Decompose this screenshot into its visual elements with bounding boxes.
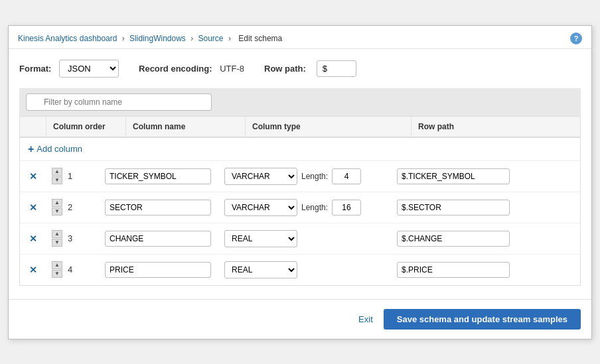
breadcrumb-link-source[interactable]: Source <box>198 34 224 43</box>
length-input[interactable] <box>332 200 361 215</box>
record-encoding-label: Record encoding: <box>139 64 212 74</box>
col-head-order: Column order <box>46 117 126 137</box>
breadcrumb: Kinesis Analytics dashboard › SlidingWin… <box>18 34 285 43</box>
column-name-input[interactable] <box>105 168 211 184</box>
type-cell: VARCHARREALINTEGERBIGINTDOUBLEBOOLEANTIM… <box>219 259 392 281</box>
main-window: Kinesis Analytics dashboard › SlidingWin… <box>8 25 592 339</box>
table-row: ✕ ▲ ▼ 4 VARCHARREALINTEGERBIGINTDOUBLEBO… <box>20 255 580 285</box>
order-number: 2 <box>68 202 72 212</box>
record-encoding-group: Record encoding: UTF-8 <box>139 64 244 74</box>
row-path-input[interactable] <box>317 60 356 77</box>
arrow-group: ▲ ▼ <box>52 261 62 278</box>
footer: Exit Save schema and update stream sampl… <box>9 299 591 339</box>
row-path-cell-input[interactable] <box>397 231 510 247</box>
plus-icon: + <box>28 143 34 155</box>
column-type-select[interactable]: VARCHARREALINTEGERBIGINTDOUBLEBOOLEANTIM… <box>224 168 297 185</box>
arrow-down-button[interactable]: ▼ <box>52 208 62 215</box>
help-icon[interactable]: ? <box>570 32 582 44</box>
arrow-up-button[interactable]: ▲ <box>52 230 62 238</box>
arrow-group: ▲ ▼ <box>52 230 62 247</box>
row-path-label: Row path: <box>264 64 306 74</box>
breadcrumb-separator-2: › <box>190 34 193 43</box>
format-group: Format: JSON <box>19 60 119 78</box>
breadcrumb-separator-3: › <box>228 34 231 43</box>
filter-input[interactable] <box>26 93 212 111</box>
order-cell: ▲ ▼ 1 <box>46 165 100 187</box>
delete-row-button[interactable]: ✕ <box>25 233 41 244</box>
arrow-up-button[interactable]: ▲ <box>52 261 62 269</box>
table-row: ✕ ▲ ▼ 3 VARCHARREALINTEGERBIGINTDOUBLEBO… <box>20 223 580 255</box>
breadcrumb-separator-1: › <box>122 34 125 43</box>
arrow-group: ▲ ▼ <box>52 168 62 184</box>
filter-wrapper: ▼ <box>26 93 212 111</box>
content-area: Format: JSON Record encoding: UTF-8 Row … <box>9 49 591 294</box>
order-cell: ▲ ▼ 4 <box>46 259 100 280</box>
order-number: 3 <box>68 233 72 243</box>
length-label: Length: <box>301 172 328 181</box>
order-cell: ▲ ▼ 2 <box>46 196 100 218</box>
add-column-label: Add column <box>37 144 82 154</box>
record-encoding-value: UTF-8 <box>220 64 244 74</box>
column-name-input[interactable] <box>105 262 211 278</box>
type-cell: VARCHARREALINTEGERBIGINTDOUBLEBOOLEANTIM… <box>219 227 392 250</box>
table-row: ✕ ▲ ▼ 1 VARCHARREALINTEGERBIGINTDOUBLEBO… <box>20 161 580 192</box>
column-type-select[interactable]: VARCHARREALINTEGERBIGINTDOUBLEBOOLEANTIM… <box>224 261 297 278</box>
col-head-delete <box>20 117 46 137</box>
order-number: 4 <box>68 265 72 274</box>
add-column-button[interactable]: + Add column <box>28 143 82 155</box>
table-rows: ✕ ▲ ▼ 1 VARCHARREALINTEGERBIGINTDOUBLEBO… <box>20 161 580 285</box>
add-column-row: + Add column <box>20 138 580 161</box>
row-path-cell-input[interactable] <box>397 262 510 278</box>
length-label: Length: <box>301 203 328 212</box>
arrow-down-button[interactable]: ▼ <box>52 239 62 247</box>
length-group: Length: <box>301 200 361 215</box>
title-bar: Kinesis Analytics dashboard › SlidingWin… <box>9 26 591 49</box>
save-button[interactable]: Save schema and update stream samples <box>384 309 581 330</box>
order-cell: ▲ ▼ 3 <box>46 227 100 249</box>
arrow-up-button[interactable]: ▲ <box>52 168 62 176</box>
col-head-type: Column type <box>246 117 412 137</box>
table-row: ✕ ▲ ▼ 2 VARCHARREALINTEGERBIGINTDOUBLEBO… <box>20 192 580 223</box>
delete-row-button[interactable]: ✕ <box>25 265 41 275</box>
row-path-cell-input[interactable] <box>397 200 510 215</box>
arrow-down-button[interactable]: ▼ <box>52 176 62 184</box>
length-input[interactable] <box>332 168 361 184</box>
col-head-rowpath: Row path <box>412 117 558 137</box>
column-type-select[interactable]: VARCHARREALINTEGERBIGINTDOUBLEBOOLEANTIM… <box>224 230 297 247</box>
breadcrumb-current: Edit schema <box>238 34 282 43</box>
row-path-group: Row path: <box>264 60 356 77</box>
format-row: Format: JSON Record encoding: UTF-8 Row … <box>19 60 581 78</box>
table-header: Column order Column name Column type Row… <box>20 117 580 138</box>
delete-row-button[interactable]: ✕ <box>25 171 41 182</box>
breadcrumb-link-sliding[interactable]: SlidingWindows <box>129 34 186 43</box>
format-label: Format: <box>19 64 51 74</box>
delete-row-button[interactable]: ✕ <box>25 202 41 213</box>
order-number: 1 <box>68 171 72 181</box>
arrow-up-button[interactable]: ▲ <box>52 199 62 207</box>
exit-button[interactable]: Exit <box>358 314 373 324</box>
type-cell: VARCHARREALINTEGERBIGINTDOUBLEBOOLEANTIM… <box>219 165 392 188</box>
filter-row: ▼ <box>19 88 581 116</box>
column-name-input[interactable] <box>105 231 211 247</box>
length-group: Length: <box>301 168 361 184</box>
breadcrumb-link-dashboard[interactable]: Kinesis Analytics dashboard <box>18 34 117 43</box>
arrow-group: ▲ ▼ <box>52 199 62 215</box>
column-type-select[interactable]: VARCHARREALINTEGERBIGINTDOUBLEBOOLEANTIM… <box>224 199 297 216</box>
format-select[interactable]: JSON <box>59 60 119 78</box>
column-name-input[interactable] <box>105 200 211 215</box>
row-path-cell-input[interactable] <box>397 168 510 184</box>
schema-table: Column order Column name Column type Row… <box>19 116 581 286</box>
arrow-down-button[interactable]: ▼ <box>52 270 62 278</box>
type-cell: VARCHARREALINTEGERBIGINTDOUBLEBOOLEANTIM… <box>219 196 392 219</box>
col-head-name: Column name <box>126 117 246 137</box>
